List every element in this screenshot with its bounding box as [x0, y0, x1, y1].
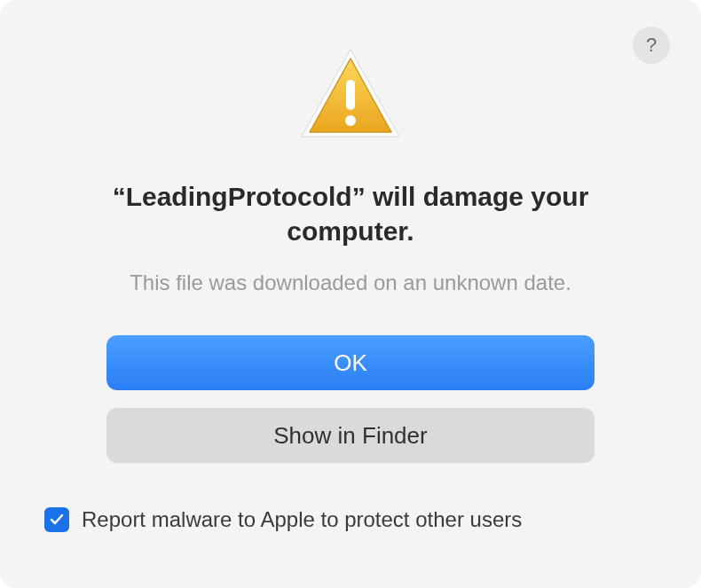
report-malware-label[interactable]: Report malware to Apple to protect other…	[82, 507, 522, 532]
dialog-subtext: This file was downloaded on an unknown d…	[130, 270, 571, 295]
show-in-finder-button[interactable]: Show in Finder	[106, 408, 595, 463]
svg-rect-0	[346, 80, 355, 110]
checkmark-icon	[49, 512, 65, 528]
show-in-finder-label: Show in Finder	[273, 422, 427, 450]
question-mark-icon: ?	[646, 34, 657, 57]
svg-point-1	[345, 115, 356, 126]
warning-icon	[295, 44, 406, 145]
ok-button-label: OK	[334, 349, 367, 377]
report-malware-row: Report malware to Apple to protect other…	[40, 507, 661, 532]
dialog-heading: “LeadingProtocold” will damage your comp…	[93, 179, 608, 248]
ok-button[interactable]: OK	[106, 335, 595, 390]
help-button[interactable]: ?	[633, 27, 670, 64]
report-malware-checkbox[interactable]	[44, 507, 69, 532]
alert-dialog: ? “LeadingProtocold” will damage your co…	[0, 0, 701, 588]
